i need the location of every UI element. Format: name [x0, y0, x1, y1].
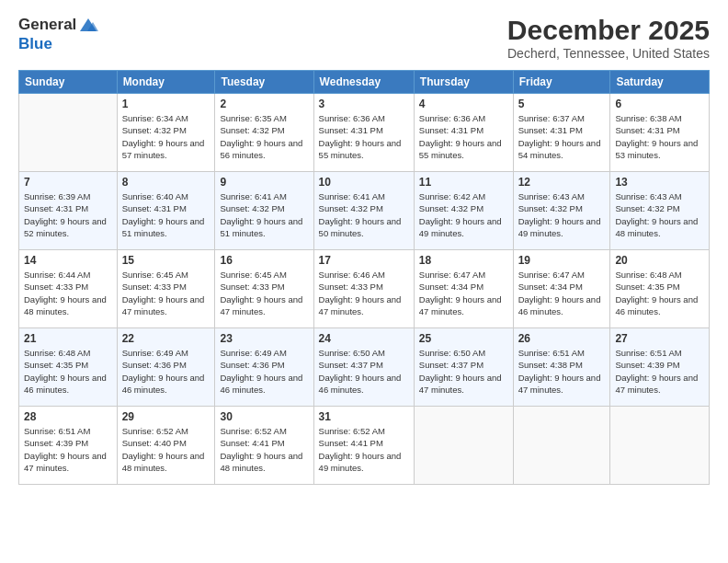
table-row: 12Sunrise: 6:43 AMSunset: 4:32 PMDayligh… [513, 172, 610, 250]
day-info: Sunrise: 6:43 AMSunset: 4:32 PMDaylight:… [615, 190, 704, 239]
day-info: Sunrise: 6:51 AMSunset: 4:38 PMDaylight:… [518, 347, 606, 396]
day-info: Sunrise: 6:34 AMSunset: 4:32 PMDaylight:… [122, 112, 210, 161]
table-row: 13Sunrise: 6:43 AMSunset: 4:32 PMDayligh… [610, 172, 710, 250]
table-row [414, 407, 513, 485]
day-info: Sunrise: 6:49 AMSunset: 4:36 PMDaylight:… [122, 347, 210, 396]
day-info: Sunrise: 6:38 AMSunset: 4:31 PMDaylight:… [615, 112, 704, 161]
table-row [610, 407, 710, 485]
day-number: 27 [615, 332, 704, 345]
calendar-week-row: 14Sunrise: 6:44 AMSunset: 4:33 PMDayligh… [19, 250, 710, 328]
table-row [513, 407, 610, 485]
day-info: Sunrise: 6:36 AMSunset: 4:31 PMDaylight:… [319, 112, 409, 161]
day-number: 14 [24, 254, 112, 267]
day-number: 9 [220, 176, 308, 189]
day-number: 30 [220, 410, 308, 423]
day-info: Sunrise: 6:42 AMSunset: 4:32 PMDaylight:… [419, 190, 508, 239]
table-row: 31Sunrise: 6:52 AMSunset: 4:41 PMDayligh… [313, 407, 414, 485]
day-info: Sunrise: 6:48 AMSunset: 4:35 PMDaylight:… [615, 269, 704, 317]
day-number: 16 [220, 254, 308, 267]
day-info: Sunrise: 6:37 AMSunset: 4:31 PMDaylight:… [518, 112, 606, 161]
day-number: 6 [615, 98, 704, 110]
calendar-week-row: 28Sunrise: 6:51 AMSunset: 4:39 PMDayligh… [19, 407, 710, 485]
table-row: 9Sunrise: 6:41 AMSunset: 4:32 PMDaylight… [215, 172, 313, 250]
table-row: 27Sunrise: 6:51 AMSunset: 4:39 PMDayligh… [610, 328, 710, 407]
day-number: 7 [24, 176, 112, 189]
day-info: Sunrise: 6:52 AMSunset: 4:40 PMDaylight:… [122, 425, 210, 474]
table-row: 30Sunrise: 6:52 AMSunset: 4:41 PMDayligh… [215, 407, 313, 485]
day-info: Sunrise: 6:46 AMSunset: 4:33 PMDaylight:… [319, 269, 409, 317]
col-tuesday: Tuesday [215, 71, 313, 94]
day-number: 1 [122, 98, 210, 110]
day-info: Sunrise: 6:51 AMSunset: 4:39 PMDaylight:… [24, 425, 112, 474]
table-row: 10Sunrise: 6:41 AMSunset: 4:32 PMDayligh… [313, 172, 414, 250]
day-number: 15 [122, 254, 210, 267]
day-info: Sunrise: 6:51 AMSunset: 4:39 PMDaylight:… [615, 347, 704, 396]
day-info: Sunrise: 6:36 AMSunset: 4:31 PMDaylight:… [419, 112, 508, 161]
table-row: 5Sunrise: 6:37 AMSunset: 4:31 PMDaylight… [513, 94, 610, 172]
day-info: Sunrise: 6:52 AMSunset: 4:41 PMDaylight:… [319, 425, 409, 474]
day-info: Sunrise: 6:44 AMSunset: 4:33 PMDaylight:… [24, 269, 112, 317]
table-row: 20Sunrise: 6:48 AMSunset: 4:35 PMDayligh… [610, 250, 710, 328]
day-info: Sunrise: 6:35 AMSunset: 4:32 PMDaylight:… [220, 112, 308, 161]
table-row: 15Sunrise: 6:45 AMSunset: 4:33 PMDayligh… [117, 250, 215, 328]
col-monday: Monday [117, 71, 215, 94]
day-number: 18 [419, 254, 508, 267]
page-title: December 2025 [507, 15, 710, 46]
table-row: 4Sunrise: 6:36 AMSunset: 4:31 PMDaylight… [414, 94, 513, 172]
table-row [19, 94, 118, 172]
day-info: Sunrise: 6:49 AMSunset: 4:36 PMDaylight:… [220, 347, 308, 396]
table-row: 23Sunrise: 6:49 AMSunset: 4:36 PMDayligh… [215, 328, 313, 407]
day-info: Sunrise: 6:40 AMSunset: 4:31 PMDaylight:… [122, 190, 210, 239]
table-row: 18Sunrise: 6:47 AMSunset: 4:34 PMDayligh… [414, 250, 513, 328]
day-number: 24 [319, 332, 409, 345]
table-row: 19Sunrise: 6:47 AMSunset: 4:34 PMDayligh… [513, 250, 610, 328]
calendar-week-row: 7Sunrise: 6:39 AMSunset: 4:31 PMDaylight… [19, 172, 710, 250]
table-row: 16Sunrise: 6:45 AMSunset: 4:33 PMDayligh… [215, 250, 313, 328]
day-number: 5 [518, 98, 606, 110]
day-number: 20 [615, 254, 704, 267]
day-number: 11 [419, 176, 508, 189]
day-number: 29 [122, 410, 210, 423]
day-number: 28 [24, 410, 112, 423]
table-row: 3Sunrise: 6:36 AMSunset: 4:31 PMDaylight… [313, 94, 414, 172]
table-row: 21Sunrise: 6:48 AMSunset: 4:35 PMDayligh… [19, 328, 118, 407]
day-number: 17 [319, 254, 409, 267]
table-row: 7Sunrise: 6:39 AMSunset: 4:31 PMDaylight… [19, 172, 118, 250]
logo-blue: Blue [18, 35, 52, 52]
table-row: 2Sunrise: 6:35 AMSunset: 4:32 PMDaylight… [215, 94, 313, 172]
day-number: 13 [615, 176, 704, 189]
day-info: Sunrise: 6:45 AMSunset: 4:33 PMDaylight:… [220, 269, 308, 317]
table-row: 6Sunrise: 6:38 AMSunset: 4:31 PMDaylight… [610, 94, 710, 172]
col-wednesday: Wednesday [313, 71, 414, 94]
day-info: Sunrise: 6:39 AMSunset: 4:31 PMDaylight:… [24, 190, 112, 239]
table-row: 11Sunrise: 6:42 AMSunset: 4:32 PMDayligh… [414, 172, 513, 250]
page-subtitle: Decherd, Tennessee, United States [507, 46, 710, 61]
table-row: 1Sunrise: 6:34 AMSunset: 4:32 PMDaylight… [117, 94, 215, 172]
day-info: Sunrise: 6:50 AMSunset: 4:37 PMDaylight:… [419, 347, 508, 396]
table-row: 29Sunrise: 6:52 AMSunset: 4:40 PMDayligh… [117, 407, 215, 485]
day-number: 23 [220, 332, 308, 345]
calendar-week-row: 1Sunrise: 6:34 AMSunset: 4:32 PMDaylight… [19, 94, 710, 172]
day-info: Sunrise: 6:48 AMSunset: 4:35 PMDaylight:… [24, 347, 112, 396]
calendar-week-row: 21Sunrise: 6:48 AMSunset: 4:35 PMDayligh… [19, 328, 710, 407]
day-number: 3 [319, 98, 409, 110]
logo-icon [78, 15, 98, 35]
day-number: 31 [319, 410, 409, 423]
day-number: 12 [518, 176, 606, 189]
table-row: 22Sunrise: 6:49 AMSunset: 4:36 PMDayligh… [117, 328, 215, 407]
table-row: 24Sunrise: 6:50 AMSunset: 4:37 PMDayligh… [313, 328, 414, 407]
table-row: 28Sunrise: 6:51 AMSunset: 4:39 PMDayligh… [19, 407, 118, 485]
day-number: 25 [419, 332, 508, 345]
day-number: 19 [518, 254, 606, 267]
table-row: 17Sunrise: 6:46 AMSunset: 4:33 PMDayligh… [313, 250, 414, 328]
day-info: Sunrise: 6:50 AMSunset: 4:37 PMDaylight:… [319, 347, 409, 396]
day-number: 26 [518, 332, 606, 345]
logo: General Blue [18, 15, 98, 53]
calendar-header-row: Sunday Monday Tuesday Wednesday Thursday… [19, 71, 710, 94]
day-info: Sunrise: 6:47 AMSunset: 4:34 PMDaylight:… [518, 269, 606, 317]
day-number: 21 [24, 332, 112, 345]
day-info: Sunrise: 6:43 AMSunset: 4:32 PMDaylight:… [518, 190, 606, 239]
col-friday: Friday [513, 71, 610, 94]
table-row: 25Sunrise: 6:50 AMSunset: 4:37 PMDayligh… [414, 328, 513, 407]
table-row: 14Sunrise: 6:44 AMSunset: 4:33 PMDayligh… [19, 250, 118, 328]
